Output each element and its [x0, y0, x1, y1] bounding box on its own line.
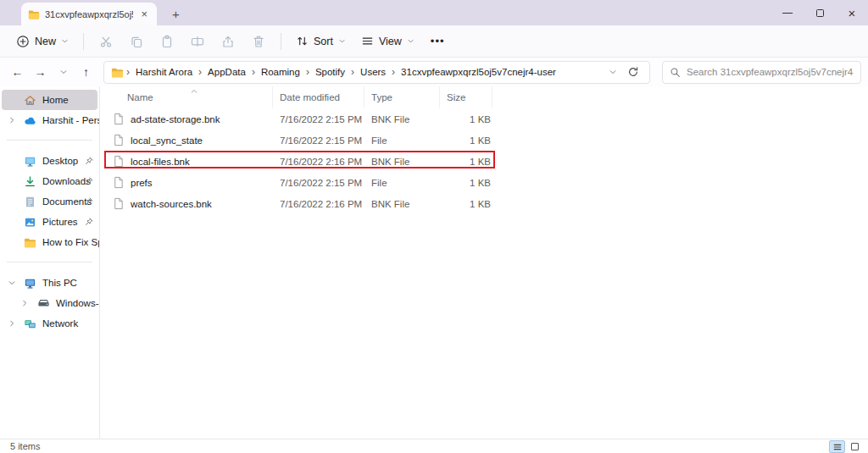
file-date-modified: 7/16/2022 2:15 PM [273, 178, 364, 188]
file-size: 1 KB [440, 135, 492, 146]
column-header-size[interactable]: Size [440, 86, 492, 108]
copy-button[interactable] [121, 30, 152, 53]
view-button[interactable]: View [353, 30, 422, 52]
window-controls: — × [771, 0, 868, 25]
search-icon [670, 67, 681, 78]
sidebar-divider [7, 262, 92, 262]
file-size: 1 KB [440, 157, 492, 167]
chevron-right-icon[interactable] [8, 319, 16, 328]
recent-locations-button[interactable] [53, 61, 74, 83]
network-icon [24, 318, 36, 330]
desktop-icon [24, 155, 36, 168]
back-button[interactable]: ← [7, 61, 28, 83]
file-row[interactable]: ad-state-storage.bnk 7/16/2022 2:15 PM B… [100, 108, 868, 130]
sidebar-item-documents[interactable]: Documents [0, 191, 99, 212]
onedrive-cloud-icon [24, 114, 36, 127]
more-options-button[interactable]: ••• [422, 35, 453, 47]
sort-button-label: Sort [314, 36, 333, 47]
column-headers: Name Date modified Type Size [100, 86, 868, 108]
sidebar-item-desktop[interactable]: Desktop [0, 151, 99, 171]
details-view-button[interactable] [829, 440, 845, 453]
breadcrumb-separator: › [391, 66, 396, 78]
file-row[interactable]: watch-sources.bnk 7/16/2022 2:16 PM BNK … [100, 193, 868, 214]
pin-icon [84, 156, 94, 166]
explorer-tab[interactable]: 31cxvpfeawpxqrzl5oj5v7cnejr· × [21, 3, 157, 25]
delete-button[interactable] [243, 30, 274, 53]
column-header-type[interactable]: Type [364, 86, 440, 108]
tab-title: 31cxvpfeawpxqrzl5oj5v7cnejr· [45, 9, 133, 19]
breadcrumb-item[interactable]: AppData [204, 65, 249, 79]
pin-icon [84, 176, 94, 186]
sidebar-item-label: Home [42, 95, 69, 105]
sidebar-item-windows-ssd[interactable]: Windows-SSD (C: [0, 293, 99, 313]
file-type: BNK File [364, 157, 440, 167]
sidebar-item-pictures[interactable]: Pictures [0, 212, 99, 232]
file-size: 1 KB [440, 114, 492, 124]
this-pc-icon [24, 277, 36, 290]
file-date-modified: 7/16/2022 2:15 PM [273, 135, 364, 146]
sidebar-item-label: Windows-SSD (C: [56, 298, 100, 308]
file-type: File [364, 178, 440, 188]
view-button-label: View [379, 36, 402, 47]
pictures-icon [24, 216, 36, 229]
file-row[interactable]: prefs 7/16/2022 2:15 PM File 1 KB [100, 172, 868, 193]
file-name: watch-sources.bnk [131, 199, 212, 209]
downloads-icon [24, 175, 36, 188]
new-button[interactable]: New [8, 30, 76, 52]
search-box[interactable] [662, 61, 861, 84]
sidebar-item-this-pc[interactable]: This PC [0, 273, 99, 293]
close-button[interactable]: × [836, 0, 868, 25]
file-date-modified: 7/16/2022 2:16 PM [273, 157, 364, 167]
forward-button[interactable]: → [30, 61, 51, 83]
chevron-down-icon [338, 37, 346, 45]
breadcrumb-item[interactable]: Users [357, 65, 389, 79]
file-type: BNK File [364, 199, 440, 209]
refresh-button[interactable] [624, 66, 643, 78]
breadcrumb-item[interactable]: Harshit Arora [132, 65, 196, 79]
search-input[interactable] [687, 67, 854, 77]
file-name: ad-state-storage.bnk [131, 114, 220, 124]
file-row-highlighted[interactable]: local-files.bnk 7/16/2022 2:16 PM BNK Fi… [100, 151, 868, 172]
column-header-date-modified[interactable]: Date modified [273, 86, 364, 108]
items-count: 5 items [10, 441, 40, 451]
cut-button[interactable] [91, 30, 121, 53]
folder-icon [24, 236, 36, 249]
view-toggles [829, 439, 863, 453]
large-icons-view-button[interactable] [847, 440, 863, 453]
up-button[interactable]: ↑ [75, 61, 97, 83]
sort-ascending-icon [190, 87, 198, 96]
column-header-name[interactable]: Name [100, 86, 273, 108]
file-size: 1 KB [440, 178, 492, 188]
tab-close-icon[interactable]: × [138, 8, 150, 20]
sidebar-item-network[interactable]: Network [0, 313, 99, 334]
plus-circle-icon [16, 35, 30, 48]
rename-button[interactable] [182, 30, 213, 53]
sidebar-item-downloads[interactable]: Downloads [0, 171, 99, 191]
share-button[interactable] [213, 30, 243, 53]
breadcrumb-item[interactable]: Roaming [258, 65, 303, 79]
chevron-right-icon[interactable] [8, 116, 16, 124]
drive-icon [37, 297, 50, 310]
chevron-down-icon [407, 37, 415, 45]
sort-button[interactable]: Sort [288, 30, 353, 52]
paste-button[interactable] [152, 30, 182, 53]
breadcrumb-item[interactable]: Spotify [312, 65, 348, 79]
sidebar-item-how-to-fix-spotify[interactable]: How to Fix Spotify [0, 232, 99, 252]
sort-arrows-icon [296, 35, 309, 47]
chevron-right-icon[interactable] [20, 299, 29, 307]
sidebar-item-onedrive[interactable]: Harshit - Personal [0, 110, 99, 130]
minimize-button[interactable]: — [771, 0, 804, 25]
breadcrumb-item-current[interactable]: 31cxvpfeawpxqrzl5oj5v7cnejr4-user [398, 65, 559, 79]
new-tab-button[interactable]: + [172, 8, 180, 20]
sidebar-item-home[interactable]: Home [2, 90, 97, 110]
command-toolbar: New Sort View ••• [0, 25, 868, 58]
maximize-button[interactable] [804, 0, 836, 25]
file-name: local_sync_state [131, 135, 203, 146]
address-dropdown-button[interactable] [604, 68, 622, 76]
sidebar-item-label: Desktop [42, 156, 78, 166]
folder-icon [28, 8, 40, 20]
address-bar[interactable]: › Harshit Arora › AppData › Roaming › Sp… [103, 61, 650, 84]
chevron-down-icon[interactable] [8, 279, 16, 287]
file-row[interactable]: local_sync_state 7/16/2022 2:15 PM File … [100, 130, 868, 151]
pin-icon [84, 196, 94, 207]
